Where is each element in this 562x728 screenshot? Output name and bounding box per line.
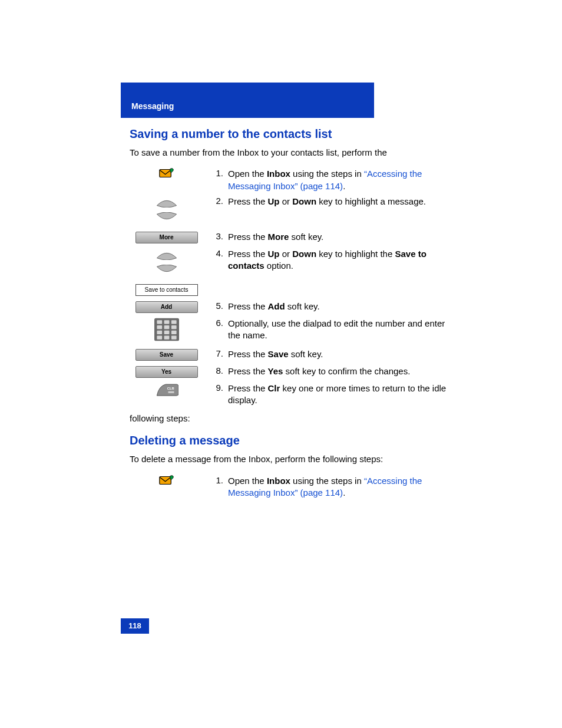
svg-rect-0 bbox=[159, 170, 171, 177]
step-number: 6. bbox=[207, 315, 227, 346]
step-row: CLR 9. Press the Clr key one or more tim… bbox=[130, 380, 448, 408]
step-text: Press the More soft key. bbox=[227, 229, 448, 246]
manual-page: Messaging Saving a number to the contact… bbox=[0, 0, 562, 728]
messaging-icon bbox=[159, 475, 174, 486]
step-number: 5. bbox=[207, 298, 227, 315]
step-icon-cell bbox=[130, 193, 207, 229]
section-trailing-1: following steps: bbox=[130, 413, 448, 423]
page-number: 118 bbox=[121, 618, 149, 634]
step-row: Save to contacts 4. Press the Up or Down… bbox=[130, 246, 448, 298]
chapter-header: Messaging bbox=[121, 83, 374, 118]
svg-rect-9 bbox=[164, 331, 169, 334]
softkey-save: Save bbox=[135, 349, 198, 361]
step-row: 6. Optionally, use the dialpad to edit t… bbox=[130, 315, 448, 346]
clr-key-icon: CLR bbox=[155, 383, 178, 398]
step-row: More 3. Press the More soft key. bbox=[130, 229, 448, 246]
step-row: Add 5. Press the Add soft key. bbox=[130, 298, 448, 315]
step-text: Press the Add soft key. bbox=[227, 298, 448, 315]
messaging-icon bbox=[159, 168, 174, 179]
softkey-add: Add bbox=[135, 301, 198, 313]
svg-rect-8 bbox=[157, 331, 162, 334]
step-icon-cell: Save to contacts bbox=[130, 246, 207, 298]
step-number: 1. bbox=[207, 166, 227, 193]
step-number: 7. bbox=[207, 346, 227, 363]
step-row: Save 7. Press the Save soft key. bbox=[130, 346, 448, 363]
page-content: Saving a number to the contacts list To … bbox=[130, 127, 448, 500]
svg-rect-10 bbox=[171, 331, 176, 334]
nav-down-icon bbox=[155, 212, 178, 224]
svg-rect-15 bbox=[168, 391, 174, 393]
step-row: Yes 8. Press the Yes soft key to confirm… bbox=[130, 363, 448, 380]
step-row: 1. Open the Inbox using the steps in “Ac… bbox=[130, 473, 448, 500]
steps-table-1: 1. Open the Inbox using the steps in “Ac… bbox=[130, 166, 448, 407]
step-icon-cell: Add bbox=[130, 298, 207, 315]
svg-rect-13 bbox=[171, 335, 176, 339]
step-icon-cell bbox=[130, 315, 207, 346]
step-number: 3. bbox=[207, 229, 227, 246]
step-text: Open the Inbox using the steps in “Acces… bbox=[227, 473, 448, 500]
svg-rect-11 bbox=[157, 335, 162, 339]
step-number: 9. bbox=[207, 380, 227, 408]
step-text: Press the Clr key one or more times to r… bbox=[227, 380, 448, 408]
step-icon-cell: CLR bbox=[130, 380, 207, 408]
chapter-label: Messaging bbox=[131, 101, 174, 111]
step-number: 4. bbox=[207, 246, 227, 298]
nav-up-icon bbox=[155, 248, 178, 260]
svg-rect-5 bbox=[157, 325, 162, 329]
section-title-deleting: Deleting a message bbox=[130, 434, 448, 447]
svg-rect-6 bbox=[164, 325, 169, 329]
nav-down-icon bbox=[155, 265, 178, 276]
step-text: Press the Save soft key. bbox=[227, 346, 448, 363]
svg-rect-16 bbox=[159, 476, 171, 484]
dialpad-icon bbox=[154, 318, 179, 341]
option-save-to-contacts: Save to contacts bbox=[135, 284, 198, 296]
softkey-more: More bbox=[135, 232, 198, 243]
step-number: 1. bbox=[207, 473, 227, 500]
svg-rect-7 bbox=[171, 325, 176, 329]
svg-rect-3 bbox=[164, 320, 169, 324]
step-text: Press the Yes soft key to confirm the ch… bbox=[227, 363, 448, 380]
step-icon-cell: More bbox=[130, 229, 207, 246]
svg-rect-12 bbox=[164, 335, 169, 339]
nav-up-icon bbox=[155, 196, 178, 207]
step-number: 2. bbox=[207, 193, 227, 229]
step-row: 2. Press the Up or Down key to highlight… bbox=[130, 193, 448, 229]
step-text: Open the Inbox using the steps in “Acces… bbox=[227, 166, 448, 193]
step-icon-cell bbox=[130, 473, 207, 500]
steps-table-2: 1. Open the Inbox using the steps in “Ac… bbox=[130, 473, 448, 500]
svg-text:CLR: CLR bbox=[167, 387, 174, 390]
step-icon-cell: Save bbox=[130, 346, 207, 363]
step-row: 1. Open the Inbox using the steps in “Ac… bbox=[130, 166, 448, 193]
softkey-yes: Yes bbox=[135, 366, 198, 378]
step-text: Press the Up or Down key to highlight th… bbox=[227, 246, 448, 298]
step-number: 8. bbox=[207, 363, 227, 380]
step-text: Press the Up or Down key to highlight a … bbox=[227, 193, 448, 229]
step-icon-cell bbox=[130, 166, 207, 193]
svg-rect-4 bbox=[171, 320, 176, 324]
svg-rect-2 bbox=[157, 320, 162, 324]
step-text: Optionally, use the dialpad to edit the … bbox=[227, 315, 448, 346]
section-intro-1: To save a number from the Inbox to your … bbox=[130, 147, 448, 159]
step-icon-cell: Yes bbox=[130, 363, 207, 380]
section-title-saving: Saving a number to the contacts list bbox=[130, 127, 448, 141]
section-intro-2: To delete a message from the Inbox, perf… bbox=[130, 453, 448, 465]
